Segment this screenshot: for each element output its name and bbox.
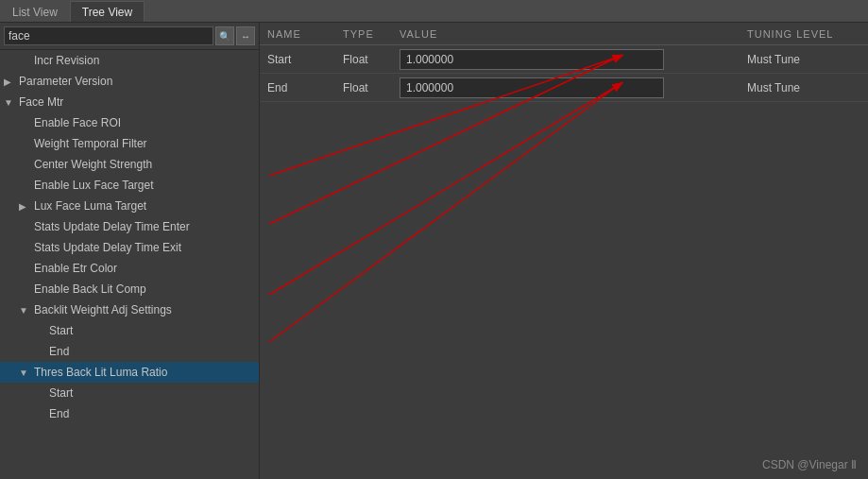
tree-item-parameter-version[interactable]: ▶ Parameter Version	[0, 71, 259, 92]
tree-item-center-weight-strength[interactable]: Center Weight Strength	[0, 154, 259, 175]
table-content: Start Float Must Tune End Float Must Tun…	[260, 45, 868, 479]
left-panel: 🔍 ↔ Incr Revision ▶ Parameter Version ▼ …	[0, 23, 260, 479]
tree-label-backlit-end: End	[49, 345, 69, 358]
search-button[interactable]: 🔍	[215, 26, 234, 45]
tree-label-thres-back-lit-luma-ratio: Thres Back Lit Luma Ratio	[34, 366, 167, 379]
search-area: 🔍 ↔	[0, 23, 259, 50]
tree-item-backlit-end[interactable]: End	[0, 341, 259, 362]
watermark: CSDN @Vinegar Ⅱ	[762, 458, 857, 471]
right-panel: NAME TYPE VALUE TUNING LEVEL Start Float…	[260, 23, 868, 479]
tree-label-thres-start: Start	[49, 386, 73, 400]
tree-item-stats-update-delay-enter[interactable]: Stats Update Delay Time Enter	[0, 216, 259, 237]
tree-label-lux-face-luma-target: Lux Face Luma Target	[34, 199, 146, 213]
table-row-start: Start Float Must Tune	[260, 45, 868, 74]
tree-label-backlit-start: Start	[49, 324, 73, 337]
tree-label-weight-temporal-filter: Weight Temporal Filter	[34, 137, 147, 150]
col-header-value: VALUE	[400, 28, 747, 40]
expand-icon-parameter-version: ▶	[4, 77, 19, 87]
tree-item-enable-etr-color[interactable]: Enable Etr Color	[0, 258, 259, 279]
expand-icon-lux-face-luma: ▶	[19, 201, 34, 212]
tree-label-enable-back-lit-comp: Enable Back Lit Comp	[34, 282, 146, 296]
tree-item-thres-start[interactable]: Start	[0, 383, 259, 403]
tree-label-enable-face-roi: Enable Face ROI	[34, 116, 121, 129]
tree-label-thres-end: End	[49, 407, 69, 420]
tree-item-lux-face-luma-target[interactable]: ▶ Lux Face Luma Target	[0, 196, 259, 216]
tree-label-stats-update-delay-enter: Stats Update Delay Time Enter	[34, 220, 190, 233]
col-header-tuning: TUNING LEVEL	[747, 28, 860, 40]
expand-icon-face-mtr: ▼	[4, 97, 19, 108]
tab-tree-view[interactable]: Tree View	[70, 1, 145, 22]
tree-label-parameter-version: Parameter Version	[19, 75, 112, 88]
cell-type-end: Float	[343, 81, 400, 94]
col-header-type: TYPE	[343, 28, 400, 40]
tree-label-enable-etr-color: Enable Etr Color	[34, 262, 117, 275]
cell-tuning-end: Must Tune	[747, 81, 860, 94]
cell-name-start: Start	[267, 53, 343, 66]
table-row-end: End Float Must Tune	[260, 74, 868, 102]
search-input[interactable]	[4, 26, 213, 45]
tab-bar: List View Tree View	[0, 0, 868, 23]
expand-icon-backlit: ▼	[19, 305, 34, 316]
clear-search-button[interactable]: ↔	[236, 26, 255, 45]
tree-item-enable-back-lit-comp[interactable]: Enable Back Lit Comp	[0, 279, 259, 299]
tree-item-face-mtr[interactable]: ▼ Face Mtr	[0, 92, 259, 112]
tree-item-enable-lux-face-target[interactable]: Enable Lux Face Target	[0, 175, 259, 196]
tree-item-incr-revision[interactable]: Incr Revision	[0, 50, 259, 71]
tree-item-stats-update-delay-exit[interactable]: Stats Update Delay Time Exit	[0, 237, 259, 258]
tree-label-stats-update-delay-exit: Stats Update Delay Time Exit	[34, 241, 181, 254]
value-input-end[interactable]	[400, 77, 664, 98]
value-input-start[interactable]	[400, 49, 664, 70]
tree-item-thres-back-lit-luma-ratio[interactable]: ▼ Thres Back Lit Luma Ratio	[0, 362, 259, 383]
cell-name-end: End	[267, 81, 343, 94]
tree-item-backlit-start[interactable]: Start	[0, 320, 259, 341]
tree-item-enable-face-roi[interactable]: Enable Face ROI	[0, 112, 259, 133]
tree-item-thres-end[interactable]: End	[0, 403, 259, 424]
table-header: NAME TYPE VALUE TUNING LEVEL	[260, 23, 868, 45]
expand-icon-thres: ▼	[19, 368, 34, 378]
main-layout: 🔍 ↔ Incr Revision ▶ Parameter Version ▼ …	[0, 23, 868, 479]
col-header-name: NAME	[267, 28, 343, 40]
tree-label-face-mtr: Face Mtr	[19, 95, 63, 109]
tree-label-incr-revision: Incr Revision	[34, 54, 99, 67]
tree-label-center-weight-strength: Center Weight Strength	[34, 158, 152, 171]
tree-label-enable-lux-face-target: Enable Lux Face Target	[34, 179, 154, 192]
tree-item-backlit-weight-adj-settings[interactable]: ▼ Backlit Weightt Adj Settings	[0, 299, 259, 320]
tab-list-view[interactable]: List View	[0, 1, 70, 22]
tree-item-weight-temporal-filter[interactable]: Weight Temporal Filter	[0, 133, 259, 154]
cell-tuning-start: Must Tune	[747, 53, 860, 66]
tree-label-backlit-weight-adj-settings: Backlit Weightt Adj Settings	[34, 303, 172, 316]
cell-type-start: Float	[343, 53, 400, 66]
cell-value-start[interactable]	[400, 49, 747, 70]
tree-container: Incr Revision ▶ Parameter Version ▼ Face…	[0, 50, 259, 479]
cell-value-end[interactable]	[400, 77, 747, 98]
